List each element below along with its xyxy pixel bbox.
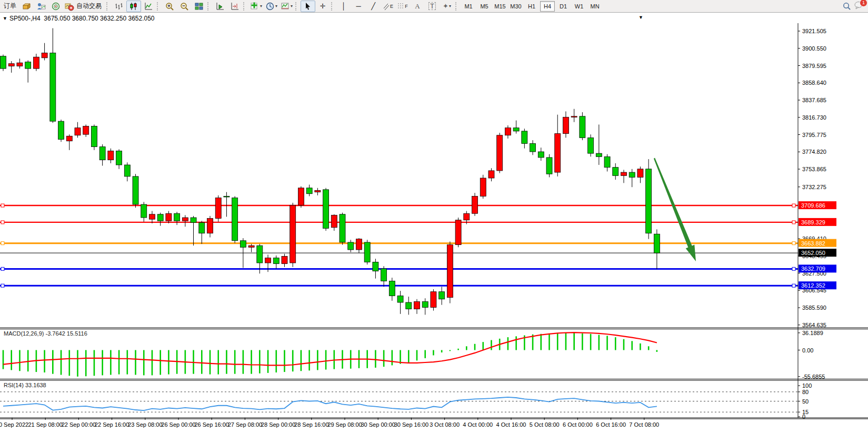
candle	[133, 176, 138, 204]
candle	[455, 220, 461, 245]
timeframe-h1-button[interactable]: H1	[524, 1, 539, 12]
templates-button[interactable]: ▾	[279, 1, 294, 12]
radar-icon	[51, 2, 61, 11]
crosshair-icon: ✛	[320, 3, 326, 9]
level-line-handle[interactable]	[1, 221, 4, 224]
timeframe-m5-button[interactable]: M5	[477, 1, 492, 12]
candle	[629, 172, 635, 177]
level-line-handle[interactable]	[792, 267, 795, 270]
cursor-icon	[303, 2, 313, 11]
timeframe-m30-button[interactable]: M30	[508, 1, 523, 12]
level-line-handle[interactable]	[1, 204, 4, 207]
svg-text:3612.352: 3612.352	[801, 282, 825, 289]
shift-marker-icon: ▼	[638, 15, 643, 20]
candle	[571, 116, 577, 117]
zoom-out-button[interactable]	[177, 1, 192, 12]
level-line-handle[interactable]	[792, 242, 795, 245]
cursor-button[interactable]	[301, 1, 315, 12]
macd-signal-line	[3, 332, 657, 365]
svg-text:28 Sep 00:00: 28 Sep 00:00	[261, 421, 295, 428]
candle	[166, 213, 172, 221]
new-order-button[interactable]: 订单	[1, 1, 19, 12]
candle	[273, 258, 279, 264]
candle	[199, 222, 205, 233]
vertical-line-tool[interactable]: │	[336, 1, 351, 12]
level-line-handle[interactable]	[792, 284, 795, 287]
text-tool[interactable]: A	[410, 1, 425, 12]
periods-button[interactable]: ▾	[264, 1, 279, 12]
signals-button[interactable]	[48, 1, 63, 12]
indicators-button[interactable]: ▾	[248, 1, 264, 12]
search-icon[interactable]	[842, 2, 851, 11]
svg-text:3816.730: 3816.730	[802, 114, 826, 121]
market-watch-button[interactable]	[34, 1, 48, 12]
chart-shift-button[interactable]	[227, 1, 242, 12]
timeframe-w1-button[interactable]: W1	[572, 1, 586, 12]
candle	[389, 281, 395, 296]
svg-text:26 Sep 16:00: 26 Sep 16:00	[194, 421, 228, 428]
candle	[530, 143, 536, 152]
price-chart-svg[interactable]: 3921.5053900.5503879.5953858.6403837.685…	[0, 13, 868, 432]
ohlc-values: 3675.050 3680.750 3632.250 3652.050	[44, 15, 154, 22]
svg-text:3709.686: 3709.686	[801, 202, 825, 209]
svg-text:3900.550: 3900.550	[802, 45, 826, 52]
auto-scroll-button[interactable]	[213, 1, 227, 12]
candle	[613, 168, 618, 176]
profile-box-icon[interactable]	[19, 1, 34, 12]
macd-indicator-label: MACD(12,26,9) -3.7642 15.5116	[4, 330, 87, 337]
candle	[522, 131, 527, 143]
svg-text:20 Sep 2022: 20 Sep 2022	[0, 421, 28, 428]
autotrading-button[interactable]: 自动交易	[63, 1, 105, 12]
candle	[488, 171, 494, 178]
tile-windows-icon	[194, 2, 204, 11]
level-line-handle[interactable]	[792, 221, 795, 224]
level-line-handle[interactable]	[1, 242, 4, 245]
timeframe-d1-button[interactable]: D1	[556, 1, 571, 12]
arrows-tool[interactable]: ✦▾	[440, 1, 454, 12]
candle	[646, 169, 652, 233]
trend-arrow-annotation[interactable]	[654, 158, 696, 261]
candle	[1, 56, 6, 68]
svg-text:7 Oct 08:00: 7 Oct 08:00	[629, 421, 659, 428]
horizontal-line-tool[interactable]: ─	[351, 1, 366, 12]
svg-text:3858.640: 3858.640	[802, 80, 826, 86]
crosshair-button[interactable]: ✛	[315, 1, 330, 12]
candle	[8, 64, 14, 66]
candle	[580, 116, 585, 138]
macd-name: MACD(12,26,9)	[4, 330, 44, 337]
trendline-tool[interactable]: ╱	[366, 1, 381, 12]
candle	[91, 126, 97, 147]
channel-tool[interactable]: E	[381, 1, 395, 12]
autotrading-label: 自动交易	[74, 2, 104, 11]
svg-text:3663.882: 3663.882	[801, 240, 825, 247]
channel-letter: E	[390, 4, 393, 9]
trendline-icon: ╱	[371, 3, 375, 9]
svg-text:50: 50	[802, 398, 809, 405]
zoom-in-button[interactable]	[162, 1, 177, 12]
tile-windows-button[interactable]	[192, 1, 206, 12]
timeframe-mn-button[interactable]: MN	[587, 1, 602, 12]
text-tool-icon: A	[415, 3, 420, 9]
candle	[546, 158, 552, 174]
rsi-value: 33.1638	[25, 382, 46, 388]
timeframe-m1-button[interactable]: M1	[461, 1, 476, 12]
bar-chart-button[interactable]	[112, 1, 126, 12]
svg-text:27 Sep 08:00: 27 Sep 08:00	[228, 421, 262, 428]
candle	[141, 204, 147, 218]
main-toolbar: 订单 自动交易 ▾ ▾ ▾ ✛ │ ─ ╱ E F A T ✦▾ M1M5M15…	[0, 0, 868, 13]
level-line-handle[interactable]	[1, 267, 4, 270]
line-chart-button[interactable]	[141, 1, 156, 12]
fibonacci-tool[interactable]: F	[395, 1, 410, 12]
chart-window[interactable]: ▼SP500-,H4 3675.050 3680.750 3632.250 36…	[0, 13, 868, 432]
text-label-tool[interactable]: T	[425, 1, 440, 12]
svg-text:30 Sep 00:00: 30 Sep 00:00	[361, 421, 395, 428]
notifications-button[interactable]: 1	[854, 1, 864, 12]
level-line-handle[interactable]	[1, 284, 4, 287]
timeframe-group: M1M5M15M30H1H4D1W1MN	[461, 1, 603, 12]
svg-text:22 Sep 16:00: 22 Sep 16:00	[95, 421, 129, 428]
timeframe-m15-button[interactable]: M15	[493, 1, 507, 12]
level-line-handle[interactable]	[792, 204, 795, 207]
toolbar-separator	[157, 2, 160, 11]
timeframe-h4-button[interactable]: H4	[540, 1, 555, 12]
candlestick-chart-button[interactable]	[126, 1, 141, 12]
